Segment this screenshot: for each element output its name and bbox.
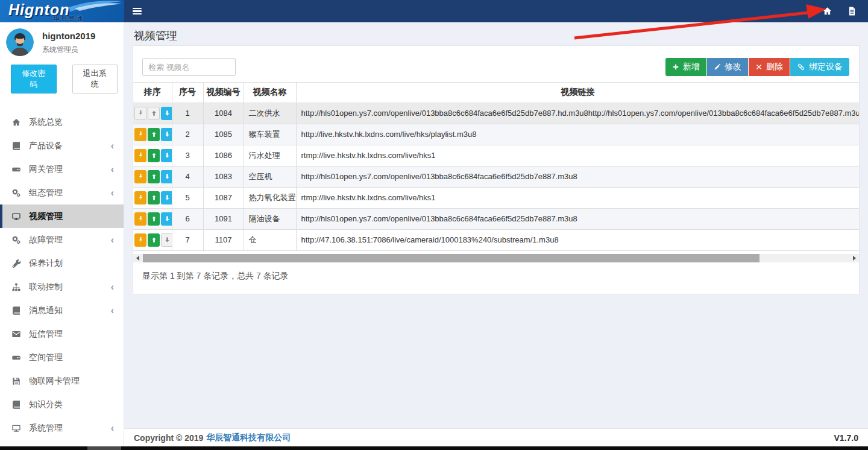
sidebar-item-联动控制[interactable]: 联动控制 ‹ (0, 275, 124, 299)
sidebar-item-视频管理[interactable]: 视频管理 (0, 204, 124, 228)
sort-down-button[interactable] (161, 212, 172, 226)
sidebar-item-知识分类[interactable]: 知识分类 (0, 393, 124, 416)
toolbar: 新增 修改 删除 绑定设备 (133, 58, 859, 76)
cell-seq: 4 (172, 166, 203, 187)
table-row[interactable]: 3 1086 污水处理 rtmp://live.hkstv.hk.lxdns.c… (133, 145, 859, 166)
sort-pin-button[interactable] (134, 170, 146, 183)
sidebar-item-label: 消息通知 (29, 305, 63, 316)
sort-down-button[interactable] (161, 233, 172, 247)
sort-pin-button[interactable] (134, 233, 146, 247)
cell-link: http://47.106.38.151:7086/live/cameraid/… (296, 229, 859, 250)
scroll-left-button[interactable] (133, 254, 142, 262)
cell-seq: 7 (172, 229, 203, 250)
bind-device-button[interactable]: 绑定设备 (790, 58, 849, 76)
table-row[interactable]: 6 1091 隔油设备 http://hls01open.ys7.com/ope… (133, 208, 859, 229)
sidebar-menu: 系统总览 产品设备 ‹ 网关管理 ‹ 组态管理 ‹ 视频管理 故障管理 ‹ 保养… (0, 110, 124, 440)
brand-subtitle: 华辰智通 (53, 14, 84, 22)
sidebar-item-消息通知[interactable]: 消息通知 ‹ (0, 299, 124, 322)
sidebar-item-物联网卡管理[interactable]: 物联网卡管理 (0, 369, 124, 393)
sidebar-item-label: 产品设备 (29, 141, 63, 151)
sort-pin-button[interactable] (134, 149, 146, 162)
table-horizontal-scrollbar[interactable] (133, 254, 859, 262)
cell-link: http://hls01open.ys7.com/openlive/013bba… (296, 166, 859, 187)
sort-up-button[interactable] (148, 170, 160, 183)
table-row[interactable]: 7 1107 仓 http://47.106.38.151:7086/live/… (133, 229, 859, 250)
table-row[interactable]: 5 1087 热力氧化装置 rtmp://live.hkstv.hk.lxdns… (133, 187, 859, 208)
sort-down-button[interactable] (161, 170, 172, 183)
sort-pin-button[interactable] (134, 128, 146, 141)
sidebar-item-系统总览[interactable]: 系统总览 (0, 110, 124, 134)
sort-up-button[interactable] (148, 191, 160, 204)
col-header-code[interactable]: 视频编号 (203, 83, 244, 103)
sort-pin-button[interactable] (134, 191, 146, 204)
scrollbar-thumb[interactable] (143, 254, 760, 262)
add-button[interactable]: 新增 (665, 58, 706, 76)
avatar[interactable] (6, 28, 34, 56)
chevron-left-icon: ‹ (111, 165, 114, 174)
sort-down-button[interactable] (161, 107, 172, 120)
sort-up-button[interactable] (148, 107, 160, 120)
cell-name: 二次供水 (244, 103, 296, 124)
window-bottom-scrollbar[interactable] (0, 446, 868, 450)
sort-up-button[interactable] (148, 212, 160, 226)
delete-button[interactable]: 删除 (749, 58, 790, 76)
home-icon[interactable] (822, 6, 832, 16)
document-icon[interactable] (847, 6, 857, 16)
table-row[interactable]: 1 1084 二次供水 http://hls01open.ys7.com/ope… (133, 103, 859, 124)
scroll-right-button[interactable] (850, 254, 859, 262)
down-icon (164, 173, 171, 180)
down-icon (164, 215, 171, 222)
sidebar-item-组态管理[interactable]: 组态管理 ‹ (0, 181, 124, 204)
up-icon (151, 152, 157, 159)
plus-icon (672, 63, 679, 71)
col-header-link[interactable]: 视频链接 (296, 83, 859, 103)
sidebar-item-空间管理[interactable]: 空间管理 (0, 346, 124, 369)
cell-name: 猴车装置 (244, 124, 296, 145)
col-header-seq[interactable]: 序号 (172, 83, 203, 103)
down-icon (164, 194, 171, 201)
sort-down-button[interactable] (161, 128, 172, 141)
sort-up-button[interactable] (148, 233, 160, 247)
scroll-right-icon (853, 256, 856, 261)
down-icon (164, 110, 171, 116)
sidebar-item-短信管理[interactable]: 短信管理 (0, 322, 124, 346)
sidebar-item-label: 知识分类 (29, 399, 63, 410)
col-header-name[interactable]: 视频名称 (244, 83, 296, 103)
cell-link: rtmp://live.hkstv.hk.lxdns.com/live/hks1 (296, 187, 859, 208)
sort-down-button[interactable] (161, 149, 172, 162)
cell-code: 1087 (203, 187, 244, 208)
window-scrollbar-thumb[interactable] (87, 446, 121, 450)
footer: Copyright © 2019 华辰智通科技有限公司 V1.7.0 (124, 428, 868, 446)
page-title: 视频管理 (134, 28, 177, 43)
sort-pin-button[interactable] (134, 212, 146, 226)
change-password-button[interactable]: 修改密码 (11, 65, 57, 93)
cell-seq: 2 (172, 124, 203, 145)
book-icon (11, 400, 21, 410)
up-icon (151, 131, 157, 138)
up-icon (151, 236, 157, 243)
sidebar-item-系统管理[interactable]: 系统管理 ‹ (0, 416, 124, 440)
sidebar-item-保养计划[interactable]: 保养计划 (0, 252, 124, 275)
user-panel: hignton2019 系统管理员 修改密码 退出系统 (0, 22, 124, 102)
search-input[interactable] (142, 58, 236, 76)
sort-pin-button[interactable] (134, 107, 146, 120)
edit-button[interactable]: 修改 (707, 58, 748, 76)
sort-up-button[interactable] (148, 149, 160, 162)
sort-up-button[interactable] (148, 128, 160, 141)
sidebar-item-产品设备[interactable]: 产品设备 ‹ (0, 134, 124, 157)
video-panel: 新增 修改 删除 绑定设备 (133, 45, 860, 294)
sidebar-item-网关管理[interactable]: 网关管理 ‹ (0, 157, 124, 181)
logout-button[interactable]: 退出系统 (72, 65, 118, 93)
pin-icon (137, 131, 144, 138)
sidebar-toggle-button[interactable] (124, 0, 150, 22)
table-row[interactable]: 4 1083 空压机 http://hls01open.ys7.com/open… (133, 166, 859, 187)
company-link[interactable]: 华辰智通科技有限公司 (206, 433, 291, 443)
sort-down-button[interactable] (161, 191, 172, 204)
col-header-sort[interactable]: 排序 (133, 83, 172, 103)
table-row[interactable]: 2 1085 猴车装置 http://live.hkstv.hk.lxdns.c… (133, 124, 859, 145)
scroll-left-icon (136, 256, 139, 261)
version-label: V1.7.0 (834, 433, 858, 443)
sidebar: hignton2019 系统管理员 修改密码 退出系统 系统总览 产品设备 ‹ … (0, 22, 124, 446)
sidebar-item-label: 系统管理 (29, 423, 63, 434)
sidebar-item-故障管理[interactable]: 故障管理 ‹ (0, 228, 124, 252)
